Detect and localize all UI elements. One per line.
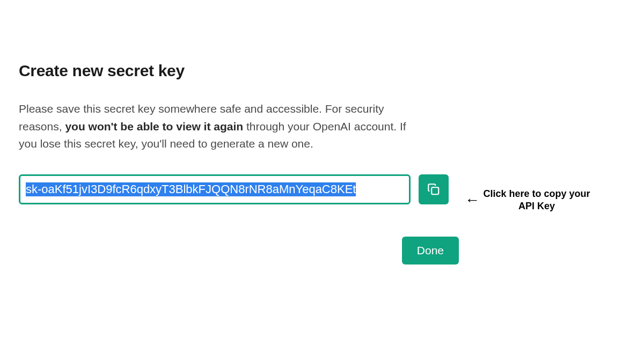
copy-annotation: ← Click here to copy your API Key (465, 188, 590, 213)
secret-key-input[interactable] (19, 174, 411, 204)
description-emphasis: you won't be able to view it again (65, 120, 243, 133)
copy-button[interactable] (419, 174, 449, 204)
dialog-title: Create new secret key (19, 62, 456, 80)
annotation-text: Click here to copy your API Key (483, 188, 590, 213)
copy-icon (427, 182, 441, 196)
done-button[interactable]: Done (402, 237, 459, 264)
create-secret-key-dialog: Create new secret key Please save this s… (19, 62, 456, 264)
svg-rect-0 (431, 187, 438, 194)
dialog-actions: Done (19, 237, 456, 264)
secret-key-row (19, 174, 456, 204)
arrow-left-icon: ← (465, 193, 479, 208)
dialog-description: Please save this secret key somewhere sa… (19, 100, 416, 153)
